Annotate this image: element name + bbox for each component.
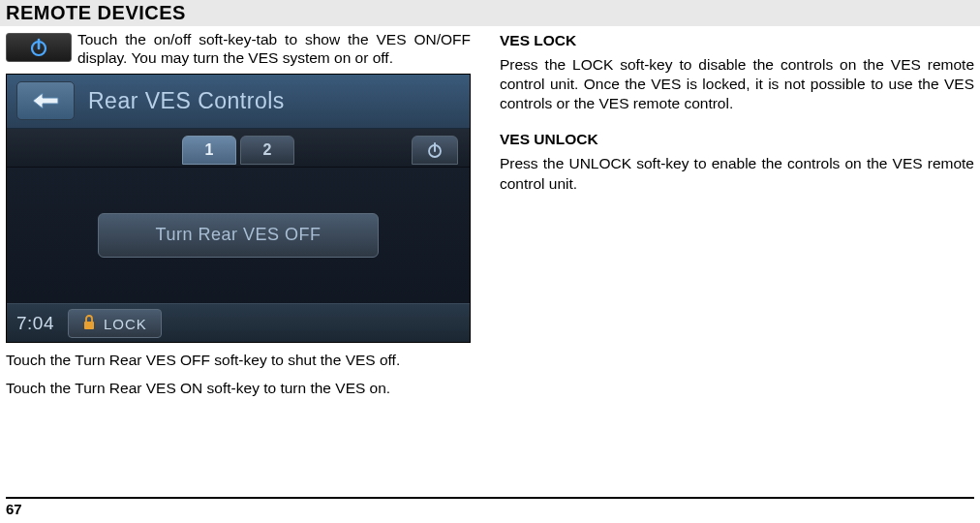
screenshot-footer: 7:04 LOCK <box>7 303 470 343</box>
page-footer: 67 <box>6 497 974 517</box>
clock-label: 7:04 <box>16 313 54 334</box>
power-icon <box>6 33 72 62</box>
intro-row: Touch the on/off soft-key-tab to show th… <box>6 30 471 68</box>
back-button[interactable] <box>16 81 75 120</box>
ves-lock-section: VES LOCK Press the LOCK soft-key to disa… <box>500 32 974 113</box>
ves-unlock-text: Press the UNLOCK soft-key to enable the … <box>500 154 974 193</box>
tab-2[interactable]: 2 <box>240 136 294 165</box>
screenshot-header: Rear VES Controls <box>7 75 470 129</box>
left-body-1: Touch the Turn Rear VES OFF soft-key to … <box>6 351 471 371</box>
page-number: 67 <box>6 501 22 517</box>
svg-rect-4 <box>84 322 94 329</box>
ves-unlock-section: VES UNLOCK Press the UNLOCK soft-key to … <box>500 131 974 193</box>
ves-lock-text: Press the LOCK soft-key to disable the c… <box>500 55 974 113</box>
ves-lock-heading: VES LOCK <box>500 32 974 49</box>
ves-screenshot: Rear VES Controls 1 2 Turn Rear VES OFF … <box>6 74 471 343</box>
content-area: Touch the on/off soft-key-tab to show th… <box>0 26 980 399</box>
tab-1[interactable]: 1 <box>182 136 236 165</box>
screenshot-tabs: 1 2 <box>7 129 470 168</box>
turn-ves-off-button[interactable]: Turn Rear VES OFF <box>98 213 379 258</box>
left-column: Touch the on/off soft-key-tab to show th… <box>6 30 471 399</box>
lock-button[interactable]: LOCK <box>68 309 162 338</box>
screenshot-title: Rear VES Controls <box>88 88 285 114</box>
ves-unlock-heading: VES UNLOCK <box>500 131 974 148</box>
page-heading: REMOTE DEVICES <box>0 0 980 26</box>
intro-text: Touch the on/off soft-key-tab to show th… <box>77 30 471 68</box>
left-body-2: Touch the Turn Rear VES ON soft-key to t… <box>6 379 471 399</box>
lock-icon <box>82 315 96 333</box>
screenshot-main: Turn Rear VES OFF <box>7 168 470 303</box>
right-column: VES LOCK Press the LOCK soft-key to disa… <box>500 30 974 399</box>
power-tab[interactable] <box>412 136 458 165</box>
lock-label: LOCK <box>104 316 147 332</box>
